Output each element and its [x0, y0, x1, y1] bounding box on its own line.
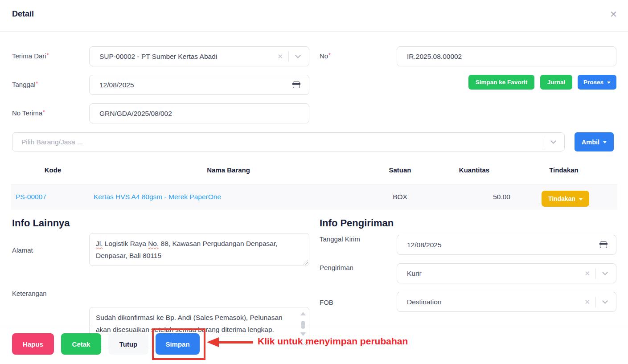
ambil-button[interactable]: Ambil	[575, 132, 614, 151]
tutup-button[interactable]: Tutup	[108, 333, 148, 355]
info-lainnya-heading: Info Lainnya	[12, 217, 70, 229]
scroll-down-icon[interactable]	[300, 332, 306, 336]
caret-down-icon	[607, 82, 611, 84]
calendar-icon[interactable]	[293, 82, 300, 88]
chevron-down-icon[interactable]	[602, 270, 608, 275]
hapus-button[interactable]: Hapus	[12, 333, 54, 355]
scroll-up-icon[interactable]	[300, 312, 306, 315]
no-terima-input[interactable]: GRN/GDA/2025/08/002	[89, 103, 309, 123]
arrow-line	[219, 341, 253, 344]
clear-icon[interactable]: ✕	[272, 53, 288, 61]
tanggal-label: Tanggal*	[12, 81, 38, 88]
select-divider	[595, 268, 596, 279]
annotation-text: Klik untuk menyimpan perubahan	[258, 336, 408, 347]
tanggal-kirim-value: 12/08/2025	[397, 241, 600, 249]
item-kuantitas: 50.00	[437, 193, 510, 201]
detail-modal: Detail ✕ Terima Dari* Tanggal* No Terima…	[0, 0, 628, 364]
item-nama-link[interactable]: Kertas HVS A4 80gsm - Merek PaperOne	[94, 193, 221, 201]
tanggal-kirim-label: Tanggal Kirim	[320, 235, 360, 243]
highlight-rectangle	[152, 328, 205, 360]
col-header-kuantitas: Kuantitas	[437, 166, 512, 174]
fob-label: FOB	[320, 299, 333, 306]
scrollbar-thumb[interactable]	[301, 321, 305, 329]
terima-dari-value: SUP-00002 - PT Sumber Kertas Abadi	[90, 53, 272, 61]
required-marker: *	[47, 52, 49, 58]
item-satuan: BOX	[363, 193, 437, 201]
table-row: PS-00007 Kertas HVS A4 80gsm - Merek Pap…	[11, 184, 617, 209]
tanggal-value: 12/08/2025	[90, 81, 293, 89]
no-terima-value: GRN/GDA/2025/08/002	[90, 110, 309, 118]
pengiriman-value: Kurir	[397, 270, 579, 278]
required-marker: *	[36, 81, 38, 87]
pilih-barang-placeholder: Pilih Barang/Jasa ...	[12, 138, 544, 146]
col-header-kode: Kode	[12, 166, 94, 174]
required-marker: *	[328, 52, 331, 58]
item-kode-link[interactable]: PS-00007	[16, 193, 46, 201]
pilih-barang-select[interactable]: Pilih Barang/Jasa ...	[12, 132, 565, 151]
alamat-value: Jl. Logistik Raya No. 88, Kawasan Pergud…	[96, 240, 278, 259]
col-header-tindakan: Tindakan	[512, 166, 616, 174]
no-label: No*	[320, 52, 331, 60]
row-tindakan-button[interactable]: Tindakan	[542, 191, 589, 207]
chevron-down-icon[interactable]	[550, 138, 556, 144]
select-divider	[288, 51, 289, 62]
terima-dari-label: Terima Dari*	[12, 52, 49, 60]
chevron-down-icon[interactable]	[295, 53, 301, 58]
close-icon[interactable]: ✕	[610, 9, 617, 20]
fob-value: Destination	[397, 298, 579, 306]
terima-dari-select[interactable]: SUP-00002 - PT Sumber Kertas Abadi ✕	[89, 46, 309, 66]
fob-select[interactable]: Destination ✕	[397, 292, 616, 312]
page-title: Detail	[12, 9, 34, 19]
cetak-button[interactable]: Cetak	[61, 333, 101, 355]
select-divider	[595, 297, 596, 307]
select-divider	[544, 137, 544, 147]
resize-handle[interactable]	[303, 260, 308, 265]
alamat-label: Alamat	[12, 246, 33, 254]
pengiriman-select[interactable]: Kurir ✕	[397, 263, 616, 283]
alamat-textarea[interactable]: Jl. Logistik Raya No. 88, Kawasan Pergud…	[89, 233, 309, 266]
chevron-down-icon[interactable]	[602, 298, 608, 304]
header-divider	[0, 31, 628, 32]
info-pengiriman-heading: Info Pengiriman	[320, 217, 394, 229]
caret-down-icon	[579, 198, 583, 200]
tanggal-kirim-input[interactable]: 12/08/2025	[397, 235, 616, 255]
col-header-nama-barang: Nama Barang	[94, 166, 363, 174]
calendar-icon[interactable]	[600, 241, 607, 248]
keterangan-label: Keterangan	[12, 290, 47, 297]
simpan-ke-favorit-button[interactable]: Simpan ke Favorit	[468, 75, 534, 90]
clear-icon[interactable]: ✕	[579, 270, 595, 278]
required-marker: *	[43, 109, 45, 115]
pengiriman-label: Pengiriman	[320, 264, 353, 271]
arrow-left-icon	[207, 337, 219, 347]
caret-down-icon	[603, 141, 607, 143]
proses-button[interactable]: Proses	[578, 75, 616, 90]
col-header-satuan: Satuan	[363, 166, 437, 174]
no-value: IR.2025.08.00002	[397, 53, 616, 61]
jurnal-button[interactable]: Jurnal	[540, 75, 572, 90]
clear-icon[interactable]: ✕	[579, 298, 595, 306]
no-input[interactable]: IR.2025.08.00002	[397, 46, 616, 66]
no-terima-label: No Terima*	[12, 109, 45, 117]
footer-divider	[0, 326, 628, 326]
tanggal-input[interactable]: 12/08/2025	[89, 75, 309, 95]
